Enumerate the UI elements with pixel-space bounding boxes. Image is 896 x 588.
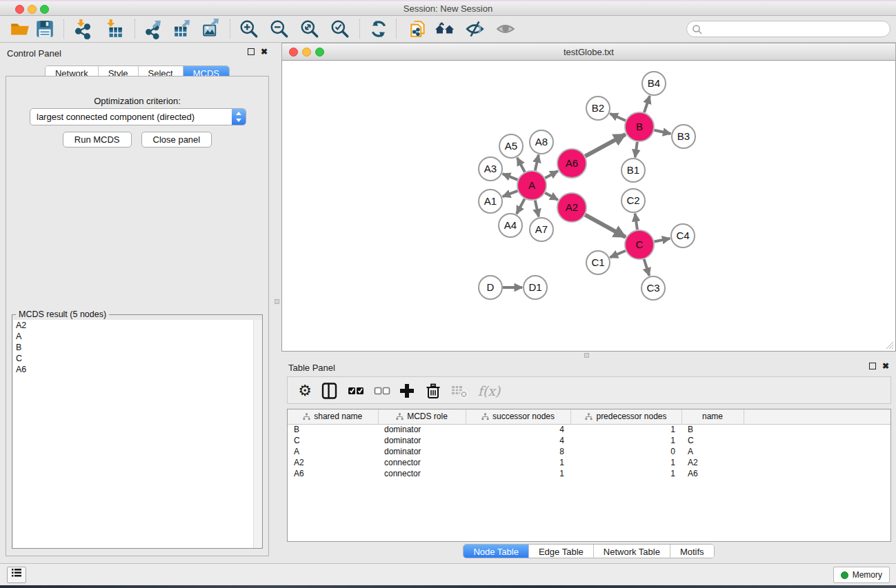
graph-node-D[interactable]: D xyxy=(479,276,502,299)
deselect-all-checkboxes-icon[interactable] xyxy=(373,382,391,400)
show-graphics-details-icon[interactable] xyxy=(495,19,516,39)
graph-edge-A-A2[interactable] xyxy=(545,193,558,200)
column-header-predecessor-nodes[interactable]: predecessor nodes xyxy=(570,409,681,424)
zoom-in-icon[interactable] xyxy=(239,19,259,39)
column-browser-icon[interactable] xyxy=(321,382,339,400)
graph-node-B[interactable]: B xyxy=(625,112,654,141)
graph-edge-C-C1[interactable] xyxy=(610,251,625,258)
table-row[interactable]: A2connector11A2 xyxy=(288,457,890,468)
graph-node-C1[interactable]: C1 xyxy=(586,251,610,274)
graph-node-A8[interactable]: A8 xyxy=(530,130,553,154)
graph-edge-A-A8[interactable] xyxy=(535,155,539,171)
graph-node-B1[interactable]: B1 xyxy=(621,159,645,182)
graph-node-A7[interactable]: A7 xyxy=(530,218,553,241)
table-close-panel-icon[interactable]: ✖ xyxy=(882,363,889,369)
memory-button[interactable]: Memory xyxy=(833,567,890,583)
graph-node-A1[interactable]: A1 xyxy=(479,190,502,213)
table-row[interactable]: A6connector11A6 xyxy=(288,468,890,479)
mcds-result-item[interactable]: A6 xyxy=(13,364,262,375)
window-resize-grip[interactable] xyxy=(885,341,894,349)
graph-edge-A-A5[interactable] xyxy=(517,158,525,172)
import-table-icon[interactable] xyxy=(103,19,124,39)
graph-edge-A-A4[interactable] xyxy=(517,199,525,214)
column-header-name[interactable]: name xyxy=(681,409,744,424)
table-row[interactable]: Adominator80A xyxy=(288,446,890,457)
graph-node-B2[interactable]: B2 xyxy=(586,97,610,120)
mcds-result-item[interactable]: A2 xyxy=(13,320,262,331)
graph-edge-C-C2[interactable] xyxy=(635,214,637,230)
graph-node-A2[interactable]: A2 xyxy=(557,193,586,222)
vertical-splitter-handle[interactable] xyxy=(275,299,279,304)
table-header-row[interactable]: shared name MCDS role successor nodes pr… xyxy=(288,409,890,424)
zoom-selected-icon[interactable] xyxy=(330,19,350,39)
graph-nodes[interactable]: B4B2BB3A5A8A6B1A3AC2A1A2A4A7C4CC1C3DD1 xyxy=(479,72,695,300)
delete-column-icon[interactable] xyxy=(424,382,442,400)
network-canvas[interactable]: B4B2BB3A5A8A6B1A3AC2A1A2A4A7C4CC1C3DD1 xyxy=(281,61,896,352)
clone-network-icon[interactable] xyxy=(408,19,428,39)
import-network-icon[interactable] xyxy=(72,19,93,39)
graph-node-A3[interactable]: A3 xyxy=(479,157,502,181)
column-header-mcds-role[interactable]: MCDS role xyxy=(378,409,466,424)
graph-edge-B-B3[interactable] xyxy=(654,130,670,134)
tab-node-table[interactable]: Node Table xyxy=(464,545,529,558)
graph-node-B4[interactable]: B4 xyxy=(642,72,666,95)
hide-graphics-details-icon[interactable] xyxy=(465,19,486,39)
search-input[interactable] xyxy=(705,22,884,36)
tab-network-table[interactable]: Network Table xyxy=(594,545,670,558)
open-session-icon[interactable] xyxy=(10,19,30,39)
column-header-shared-name[interactable]: shared name xyxy=(288,409,378,424)
graph-node-A[interactable]: A xyxy=(517,171,546,200)
graph-edge-B-B1[interactable] xyxy=(635,142,637,157)
mcds-result-item[interactable]: A xyxy=(13,331,262,342)
graph-node-A6[interactable]: A6 xyxy=(557,149,586,178)
graph-node-A5[interactable]: A5 xyxy=(499,134,523,158)
graph-edge-B-B2[interactable] xyxy=(610,114,626,121)
save-session-icon[interactable] xyxy=(34,19,55,39)
mcds-result-item[interactable]: C xyxy=(13,353,262,364)
show-all-networks-icon[interactable] xyxy=(435,19,455,39)
graph-edge-A-A1[interactable] xyxy=(503,191,518,196)
zoom-fit-icon[interactable] xyxy=(299,19,320,39)
graph-node-D1[interactable]: D1 xyxy=(524,276,547,299)
graph-edge-A2-C[interactable] xyxy=(585,215,626,237)
graph-node-B3[interactable]: B3 xyxy=(672,125,695,148)
search-field[interactable] xyxy=(686,21,890,37)
graph-edge-A-A7[interactable] xyxy=(535,200,539,216)
export-table-icon[interactable] xyxy=(172,19,193,39)
graph-edge-B-B4[interactable] xyxy=(644,96,650,112)
graph-edge-A6-B[interactable] xyxy=(585,134,625,156)
graph-node-C[interactable]: C xyxy=(625,230,654,259)
table-row[interactable]: Cdominator41C xyxy=(288,435,890,446)
close-panel-button[interactable]: Close panel xyxy=(141,132,212,148)
graph-edge-C-C4[interactable] xyxy=(655,239,670,242)
add-column-icon[interactable] xyxy=(398,382,416,400)
tab-motifs[interactable]: Motifs xyxy=(670,545,714,558)
float-panel-icon[interactable] xyxy=(248,48,255,55)
refresh-icon[interactable] xyxy=(368,19,389,39)
zoom-out-icon[interactable] xyxy=(269,19,290,39)
graph-edge-A-A3[interactable] xyxy=(503,174,518,180)
table-settings-icon[interactable]: ⚙ xyxy=(296,382,314,400)
mcds-list-scrollbar[interactable] xyxy=(253,320,262,548)
graph-node-C2[interactable]: C2 xyxy=(621,189,645,212)
column-header-successor-nodes[interactable]: successor nodes xyxy=(466,409,570,424)
node-table[interactable]: shared name MCDS role successor nodes pr… xyxy=(287,409,891,542)
graph-node-C3[interactable]: C3 xyxy=(641,276,665,300)
graph-edge-C-C3[interactable] xyxy=(644,259,650,276)
graph-node-C4[interactable]: C4 xyxy=(671,224,695,247)
mcds-result-item[interactable]: B xyxy=(13,342,262,353)
horizontal-splitter-handle[interactable] xyxy=(584,353,589,358)
graph-node-A4[interactable]: A4 xyxy=(499,214,522,237)
task-history-button[interactable] xyxy=(7,567,26,583)
network-graph[interactable]: B4B2BB3A5A8A6B1A3AC2A1A2A4A7C4CC1C3DD1 xyxy=(282,61,895,350)
run-mcds-button[interactable]: Run MCDS xyxy=(63,132,132,148)
export-image-icon[interactable] xyxy=(201,19,222,39)
select-all-checkboxes-icon[interactable] xyxy=(347,382,365,400)
table-row[interactable]: Bdominator41B xyxy=(288,424,890,435)
close-panel-icon[interactable]: ✖ xyxy=(261,48,268,55)
table-float-panel-icon[interactable] xyxy=(869,363,876,369)
optimization-criterion-dropdown[interactable]: largest connected component (directed) xyxy=(30,108,246,125)
export-network-icon[interactable] xyxy=(143,19,164,39)
mcds-result-list[interactable]: A2ABCA6 xyxy=(13,320,262,548)
tab-edge-table[interactable]: Edge Table xyxy=(529,545,594,558)
